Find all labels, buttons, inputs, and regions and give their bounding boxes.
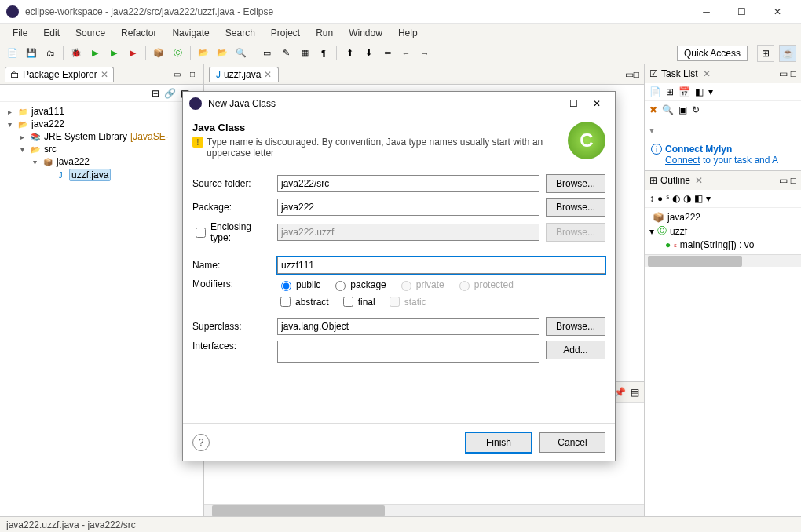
menu-run[interactable]: Run — [309, 26, 339, 40]
toggle-breadcrumb-button[interactable]: ▭ — [259, 46, 275, 61]
filter-icon[interactable]: ✖ — [649, 104, 657, 115]
last-edit-button[interactable]: ⬅ — [379, 46, 395, 61]
editor-tab[interactable]: J uzzf.java ✕ — [209, 67, 279, 82]
whitespace-button[interactable]: ¶ — [316, 46, 331, 61]
collapse-icon[interactable]: ▾ — [5, 120, 14, 129]
browse-source-button[interactable]: Browse... — [546, 174, 605, 193]
collapse-icon[interactable]: ▾ — [30, 158, 39, 166]
close-icon[interactable]: ✕ — [695, 175, 703, 186]
new-task-icon[interactable]: 📄 — [649, 86, 661, 97]
scrollbar-thumb[interactable] — [648, 256, 742, 267]
close-icon[interactable]: ✕ — [264, 69, 272, 80]
minimize-icon[interactable]: ▭ — [779, 68, 788, 79]
coverage-button[interactable]: ▶ — [106, 46, 122, 61]
outline-tree[interactable]: 📦java222 ▾Ⓒuzzf ●s main(String[]) : vo — [645, 208, 801, 254]
open-type-button[interactable]: 📂 — [196, 46, 211, 61]
collapse-icon[interactable]: ▾ — [649, 226, 654, 237]
collapse-all-icon[interactable]: ⊟ — [152, 88, 159, 99]
search-button[interactable]: 🔍 — [233, 46, 249, 61]
quick-access[interactable]: Quick Access — [677, 46, 748, 61]
horizontal-scrollbar[interactable] — [204, 504, 644, 516]
maximize-view-icon[interactable]: □ — [186, 68, 199, 81]
browse-superclass-button[interactable]: Browse... — [546, 317, 605, 336]
mark-occurrences-button[interactable]: ✎ — [278, 46, 294, 61]
sort-icon[interactable]: ↕ — [649, 193, 654, 204]
superclass-input[interactable] — [277, 318, 539, 335]
annotation-prev-button[interactable]: ⬆ — [342, 46, 357, 61]
categorize-icon[interactable]: ⊞ — [666, 86, 674, 97]
menu-source[interactable]: Source — [69, 26, 112, 40]
browse-package-button[interactable]: Browse... — [546, 198, 605, 217]
run-button[interactable]: ▶ — [87, 46, 103, 61]
help-button[interactable]: ? — [192, 434, 210, 451]
minimize-view-icon[interactable]: ▭ — [170, 68, 183, 81]
new-package-button[interactable]: 📦 — [151, 46, 166, 61]
tree-node[interactable]: java222 — [57, 156, 90, 167]
find-icon[interactable]: 🔍 — [662, 104, 674, 115]
debug-button[interactable]: 🐞 — [68, 46, 84, 61]
menu-file[interactable]: File — [6, 26, 34, 40]
modifier-public-radio[interactable] — [281, 281, 291, 291]
chevron-down-icon[interactable]: ▾ — [649, 125, 654, 136]
save-all-button[interactable]: 🗂 — [42, 46, 58, 61]
menu-window[interactable]: Window — [342, 26, 389, 40]
tree-node[interactable]: JRE System Library — [44, 131, 127, 142]
display-icon[interactable]: ▤ — [631, 387, 639, 398]
back-button[interactable]: ← — [398, 46, 414, 61]
outline-scrollbar[interactable] — [645, 254, 801, 267]
new-class-button[interactable]: Ⓒ — [170, 46, 185, 61]
maximize-button[interactable]: ☐ — [724, 0, 759, 24]
expand-icon[interactable]: ▸ — [17, 133, 27, 141]
maximize-icon[interactable]: □ — [791, 68, 796, 79]
forward-button[interactable]: → — [417, 46, 433, 61]
package-explorer-tab[interactable]: 🗀 Package Explorer ✕ — [5, 67, 114, 82]
new-button[interactable]: 📄 — [5, 46, 20, 61]
focus-icon[interactable]: ◧ — [694, 193, 703, 204]
package-input[interactable] — [277, 199, 539, 216]
outline-class[interactable]: uzzf — [670, 226, 687, 237]
menu-search[interactable]: Search — [219, 26, 262, 40]
collapse-icon[interactable]: ▾ — [17, 145, 27, 154]
abstract-checkbox[interactable] — [280, 297, 291, 307]
cancel-button[interactable]: Cancel — [539, 432, 605, 453]
source-folder-input[interactable] — [277, 175, 539, 192]
package-explorer-tree[interactable]: ▸📁java111 ▾📂java222 ▸📚JRE System Library… — [0, 102, 203, 516]
minimize-button[interactable]: ─ — [689, 0, 724, 24]
final-checkbox[interactable] — [343, 297, 353, 307]
close-icon[interactable]: ✕ — [703, 68, 711, 79]
link-editor-icon[interactable]: 🔗 — [164, 88, 176, 99]
save-button[interactable]: 💾 — [24, 46, 39, 61]
pin-icon[interactable]: 📌 — [614, 387, 626, 398]
dialog-maximize-button[interactable]: ☐ — [561, 96, 585, 111]
menu-refactor[interactable]: Refactor — [115, 26, 163, 40]
maximize-icon[interactable]: □ — [791, 175, 796, 186]
view-menu-icon[interactable]: ▾ — [708, 86, 713, 97]
open-task-button[interactable]: 📂 — [214, 46, 230, 61]
add-interface-button[interactable]: Add... — [546, 341, 605, 359]
java-perspective-button[interactable]: ☕ — [779, 45, 796, 62]
modifier-package-radio[interactable] — [335, 281, 346, 291]
focus-icon[interactable]: ◧ — [695, 86, 704, 97]
outline-method[interactable]: main(String[]) : vo — [680, 239, 755, 250]
activate-icon[interactable]: ▣ — [678, 104, 687, 115]
tree-node[interactable]: src — [44, 144, 57, 155]
external-button[interactable]: ▶ — [125, 46, 141, 61]
tree-node[interactable]: java111 — [31, 106, 64, 117]
minimize-icon[interactable]: ▭ — [779, 175, 788, 186]
finish-button[interactable]: Finish — [466, 432, 532, 453]
open-perspective-button[interactable]: ⊞ — [757, 45, 774, 62]
outline-package[interactable]: java222 — [668, 212, 700, 223]
expand-icon[interactable]: ▸ — [5, 107, 14, 116]
view-menu-icon[interactable]: ▾ — [706, 193, 711, 204]
close-icon[interactable]: ✕ — [101, 69, 108, 80]
dialog-titlebar[interactable]: New Java Class ☐ ✕ — [183, 92, 615, 115]
tree-node-selected[interactable]: uzzf.java — [69, 169, 111, 181]
tree-node[interactable]: java222 — [31, 118, 64, 129]
block-selection-button[interactable]: ▦ — [297, 46, 313, 61]
interfaces-list[interactable] — [277, 341, 539, 363]
menu-project[interactable]: Project — [265, 26, 306, 40]
sync-icon[interactable]: ↻ — [692, 104, 700, 115]
scrollbar-thumb[interactable] — [212, 505, 385, 516]
hide-nonpublic-icon[interactable]: ◐ — [672, 193, 680, 204]
name-input[interactable] — [277, 257, 605, 274]
